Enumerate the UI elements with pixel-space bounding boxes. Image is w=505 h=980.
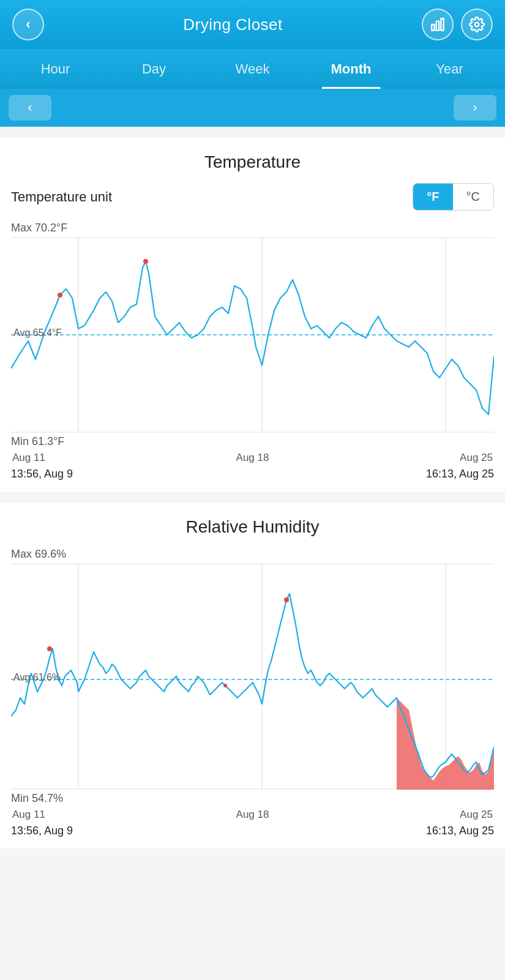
- settings-icon: [469, 17, 485, 32]
- svg-rect-1: [436, 21, 439, 31]
- temp-max-label: Max 70.2°F: [11, 222, 494, 234]
- svg-point-23: [223, 684, 227, 687]
- unit-f-button[interactable]: °F: [413, 184, 452, 210]
- prev-button[interactable]: ‹: [9, 95, 51, 121]
- svg-rect-0: [432, 24, 434, 31]
- humidity-x-labels: Aug 11 Aug 18 Aug 25: [11, 809, 494, 821]
- temperature-chart: [11, 237, 494, 433]
- humidity-section: Relative Humidity Max 69.6%: [0, 503, 505, 848]
- temp-range-end: 16:13, Aug 25: [426, 468, 494, 481]
- humidity-x-aug25: Aug 25: [460, 809, 493, 821]
- temp-x-aug11: Aug 11: [12, 452, 45, 464]
- tab-year[interactable]: Year: [400, 49, 499, 89]
- humidity-x-aug11: Aug 11: [12, 809, 45, 821]
- temp-x-labels: Aug 11 Aug 18 Aug 25: [11, 452, 494, 464]
- humidity-min-label: Min 54.7%: [11, 792, 494, 805]
- svg-point-11: [143, 259, 148, 264]
- back-button[interactable]: ‹: [12, 9, 44, 40]
- humidity-title: Relative Humidity: [11, 517, 494, 537]
- svg-point-21: [47, 646, 52, 651]
- svg-rect-13: [11, 563, 494, 790]
- temp-chart-wrap: Avg 65.4°F: [11, 237, 494, 433]
- temp-min-label: Min 61.3°F: [11, 435, 494, 448]
- temperature-chart-container: Max 70.2°F Avg 65.4°F Min 61.3°: [11, 222, 494, 481]
- unit-c-button[interactable]: °C: [453, 184, 493, 210]
- temp-x-aug18: Aug 18: [236, 452, 269, 464]
- chart-button[interactable]: [422, 9, 454, 40]
- next-button[interactable]: ›: [454, 95, 496, 121]
- tab-week[interactable]: Week: [203, 49, 302, 89]
- unit-row: Temperature unit °F °C: [11, 183, 494, 211]
- humidity-range-start: 13:56, Aug 9: [11, 825, 73, 837]
- svg-point-22: [284, 597, 289, 602]
- temperature-title: Temperature: [11, 152, 494, 172]
- header-icons: [422, 9, 493, 40]
- humidity-max-label: Max 69.6%: [11, 548, 494, 561]
- humidity-chart-container: Max 69.6%: [11, 548, 494, 837]
- settings-button[interactable]: [461, 9, 493, 40]
- page-title: Drying Closet: [183, 15, 283, 34]
- svg-rect-2: [441, 18, 443, 31]
- tab-hour[interactable]: Hour: [6, 49, 105, 89]
- temperature-section: Temperature Temperature unit °F °C Max 7…: [0, 138, 505, 492]
- svg-point-3: [475, 23, 479, 27]
- temp-x-aug25: Aug 25: [460, 452, 493, 464]
- chart-icon: [430, 17, 446, 32]
- humidity-chart-wrap: Avg 61.6%: [11, 563, 494, 790]
- tab-bar: Hour Day Week Month Year: [0, 49, 505, 89]
- humidity-range-row: 13:56, Aug 9 16:13, Aug 25: [11, 825, 494, 837]
- humidity-x-aug18: Aug 18: [236, 809, 269, 821]
- humidity-chart: [11, 563, 494, 790]
- header: ‹ Drying Closet: [0, 0, 505, 49]
- tab-month[interactable]: Month: [302, 49, 400, 89]
- unit-toggle: °F °C: [413, 183, 494, 211]
- temp-range-row: 13:56, Aug 9 16:13, Aug 25: [11, 468, 494, 481]
- tab-day[interactable]: Day: [105, 49, 203, 89]
- unit-label: Temperature unit: [11, 189, 112, 205]
- temp-range-start: 13:56, Aug 9: [11, 468, 73, 481]
- nav-row: ‹ ›: [0, 89, 505, 127]
- svg-point-12: [58, 293, 62, 297]
- humidity-range-end: 16:13, Aug 25: [426, 825, 494, 837]
